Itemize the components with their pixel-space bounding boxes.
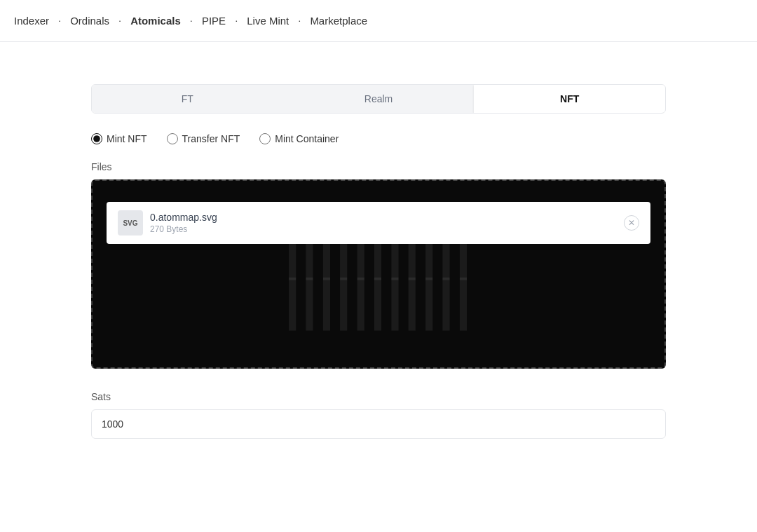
radio-mint-nft-label: Mint NFT	[107, 133, 147, 144]
radio-mint-nft-input[interactable]	[91, 133, 102, 144]
main-content: FT Realm NFT Mint NFT Transfer NFT Mint …	[77, 84, 680, 439]
nav-item-marketplace[interactable]: Marketplace	[310, 15, 367, 27]
radio-group: Mint NFT Transfer NFT Mint Container	[91, 133, 666, 144]
sats-label: Sats	[91, 391, 666, 402]
sats-section: Sats	[91, 391, 666, 439]
tab-nft[interactable]: NFT	[474, 85, 665, 113]
nav-dot-1: •	[59, 19, 60, 23]
radio-mint-container-label: Mint Container	[275, 133, 339, 144]
radio-mint-container-input[interactable]	[259, 133, 271, 144]
tab-switcher: FT Realm NFT	[91, 84, 666, 114]
nav-item-live-mint[interactable]: Live Mint	[247, 15, 289, 27]
nav-dot-4: •	[236, 19, 237, 23]
nav-item-pipe[interactable]: PIPE	[202, 15, 226, 27]
file-size: 270 Bytes	[150, 224, 217, 234]
sats-input[interactable]	[91, 409, 666, 439]
nav-item-atomicals[interactable]: Atomicals	[130, 15, 181, 27]
file-name: 0.atommap.svg	[150, 212, 217, 223]
nav-bar: Indexer • Ordinals • Atomicals • PIPE • …	[0, 0, 757, 42]
files-section: Files ||||||||||| ||||||||||| SVG 0.atom…	[91, 161, 666, 369]
nav-item-ordinals[interactable]: Ordinals	[70, 15, 109, 27]
file-type-icon: SVG	[118, 210, 143, 236]
nav-item-indexer[interactable]: Indexer	[14, 15, 49, 27]
radio-mint-nft[interactable]: Mint NFT	[91, 133, 147, 144]
file-details: 0.atommap.svg 270 Bytes	[150, 212, 217, 234]
nav-dot-3: •	[191, 19, 192, 23]
file-item: SVG 0.atommap.svg 270 Bytes ✕	[107, 202, 650, 244]
file-info: SVG 0.atommap.svg 270 Bytes	[118, 210, 217, 236]
radio-transfer-nft-input[interactable]	[167, 133, 178, 144]
radio-transfer-nft[interactable]: Transfer NFT	[167, 133, 240, 144]
files-label: Files	[91, 161, 666, 172]
file-remove-button[interactable]: ✕	[624, 215, 639, 231]
nav-dot-5: •	[299, 19, 300, 23]
file-drop-zone[interactable]: ||||||||||| ||||||||||| SVG 0.atommap.sv…	[91, 179, 666, 369]
nav-dot-2: •	[119, 19, 121, 23]
close-icon: ✕	[628, 218, 635, 228]
radio-transfer-nft-label: Transfer NFT	[182, 133, 240, 144]
tab-realm[interactable]: Realm	[283, 85, 475, 113]
radio-mint-container[interactable]: Mint Container	[259, 133, 339, 144]
tab-ft[interactable]: FT	[92, 85, 283, 113]
